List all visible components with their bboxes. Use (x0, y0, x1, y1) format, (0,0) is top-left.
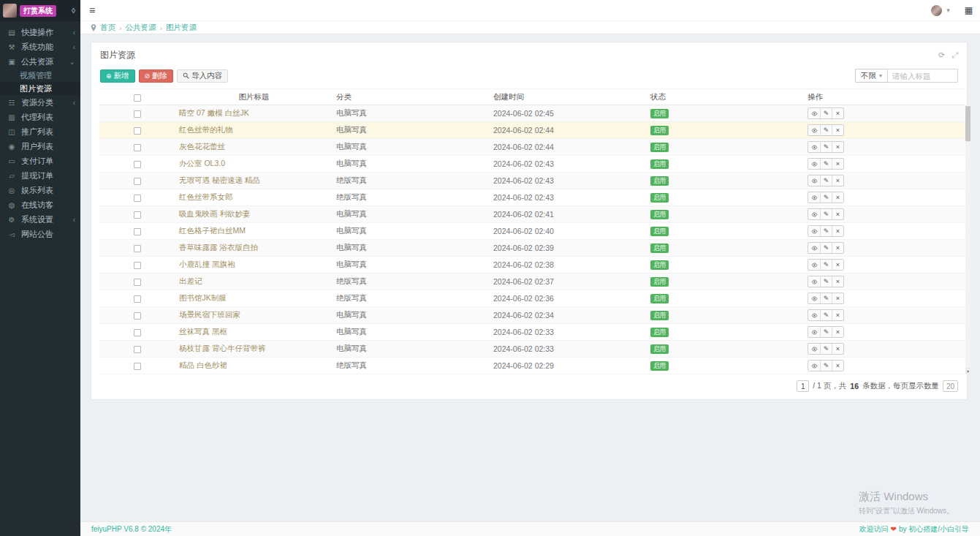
sidebar-item-public-resources[interactable]: ▣ 公共资源 ⌄ (0, 54, 80, 69)
view-button[interactable] (808, 243, 820, 253)
row-checkbox[interactable] (134, 363, 141, 370)
view-button[interactable] (808, 327, 820, 337)
row-title-link[interactable]: 图书馆JK制服 (179, 293, 227, 302)
sidebar-item-user-list[interactable]: ◉ 用户列表 (0, 139, 80, 154)
row-checkbox[interactable] (134, 279, 141, 286)
sidebar-item-site-notice[interactable]: ◅ 网站公告 (0, 227, 80, 241)
view-button[interactable] (808, 344, 820, 354)
delete-row-button[interactable]: × (832, 142, 843, 152)
row-checkbox[interactable] (134, 346, 141, 353)
view-button[interactable] (808, 125, 820, 135)
view-button[interactable] (808, 159, 820, 169)
delete-row-button[interactable]: × (832, 159, 843, 169)
row-checkbox[interactable] (134, 195, 141, 202)
refresh-icon[interactable]: ⟳ (938, 50, 945, 60)
view-button[interactable] (808, 260, 820, 270)
view-button[interactable] (808, 293, 820, 303)
row-checkbox[interactable] (134, 228, 141, 235)
row-checkbox[interactable] (134, 161, 141, 168)
droplet-icon[interactable]: ◊ (72, 7, 75, 15)
row-checkbox[interactable] (134, 127, 141, 135)
delete-row-button[interactable]: × (832, 293, 843, 303)
row-checkbox[interactable] (134, 245, 141, 252)
delete-row-button[interactable]: × (832, 361, 843, 371)
edit-button[interactable]: ✎ (820, 108, 832, 118)
delete-row-button[interactable]: × (832, 226, 843, 236)
row-checkbox[interactable] (134, 329, 141, 336)
row-checkbox[interactable] (134, 262, 141, 269)
select-all-checkbox[interactable] (134, 94, 141, 102)
sidebar-item-resource-category[interactable]: ☷ 资源分类 ‹ (0, 95, 80, 110)
row-title-link[interactable]: 无瑕可遇 秘密速递 精品 (179, 175, 260, 184)
sidebar-subitem-video-manage[interactable]: 视频管理 (0, 69, 80, 82)
delete-row-button[interactable]: × (832, 344, 843, 354)
row-title-link[interactable]: 红色丝带系女郎 (179, 192, 233, 201)
delete-row-button[interactable]: × (832, 260, 843, 270)
user-menu-caret-icon[interactable]: ▾ (946, 7, 950, 14)
grid-icon[interactable]: ▦ (965, 5, 973, 15)
page-input[interactable] (797, 380, 809, 392)
row-title-link[interactable]: 红色格子裙白丝MM (179, 226, 246, 235)
edit-button[interactable]: ✎ (820, 226, 832, 236)
row-title-link[interactable]: 灰色花花蕾丝 (179, 142, 225, 151)
row-title-link[interactable]: 场景民宿下班回家 (179, 310, 240, 319)
row-checkbox[interactable] (134, 295, 141, 303)
user-avatar[interactable] (931, 5, 942, 16)
sidebar-item-system-settings[interactable]: ⚙ 系统设置 ‹ (0, 212, 80, 227)
delete-row-button[interactable]: × (832, 175, 843, 186)
delete-row-button[interactable]: × (832, 108, 843, 118)
edit-button[interactable]: ✎ (820, 125, 832, 135)
page-size-box[interactable]: 20 (943, 380, 958, 392)
breadcrumb-image-resources[interactable]: 图片资源 (166, 23, 197, 33)
scrollbar-down-arrow-icon[interactable]: ▾ (965, 368, 970, 374)
delete-row-button[interactable]: × (832, 125, 843, 135)
view-button[interactable] (808, 108, 820, 118)
view-button[interactable] (808, 209, 820, 219)
delete-row-button[interactable]: × (832, 192, 843, 203)
delete-button[interactable]: ⊘ 删除 (139, 69, 174, 83)
scrollbar-thumb[interactable] (965, 106, 970, 141)
delete-row-button[interactable]: × (832, 243, 843, 253)
breadcrumb-public-resources[interactable]: 公共资源 (126, 23, 156, 33)
table-scrollbar[interactable]: ▾ (965, 105, 970, 374)
view-button[interactable] (808, 310, 820, 320)
edit-button[interactable]: ✎ (820, 344, 832, 354)
view-button[interactable] (808, 192, 820, 203)
row-title-link[interactable]: 精品 白色纱裙 (179, 361, 227, 369)
row-title-link[interactable]: 杨枝甘露 背心牛仔背带裤 (179, 344, 265, 352)
row-checkbox[interactable] (134, 211, 141, 219)
row-title-link[interactable]: 香草味露露 浴衣版自拍 (179, 243, 258, 252)
edit-button[interactable]: ✎ (820, 327, 832, 337)
row-checkbox[interactable] (134, 178, 141, 185)
import-button[interactable]: 导入内容 (177, 69, 228, 83)
sidebar-item-withdraw-orders[interactable]: ▱ 提现订单 (0, 168, 80, 183)
edit-button[interactable]: ✎ (820, 260, 832, 270)
view-button[interactable] (808, 361, 820, 371)
edit-button[interactable]: ✎ (820, 361, 832, 371)
edit-button[interactable]: ✎ (820, 310, 832, 320)
breadcrumb-home[interactable]: 首页 (100, 23, 115, 33)
row-title-link[interactable]: 小鹿乱撞 黑旗袍 (179, 260, 235, 268)
view-button[interactable] (808, 276, 820, 287)
sidebar-item-online-visitors[interactable]: ◍ 在线访客 (0, 197, 80, 212)
row-title-link[interactable]: 丝袜写真 黑框 (179, 327, 227, 336)
search-input[interactable] (887, 69, 958, 83)
delete-row-button[interactable]: × (832, 276, 843, 287)
row-checkbox[interactable] (134, 312, 141, 320)
row-checkbox[interactable] (134, 144, 141, 151)
sidebar-item-fun-list[interactable]: ◎ 娱乐列表 (0, 183, 80, 197)
sidebar-item-agent-list[interactable]: ▥ 代理列表 (0, 110, 80, 124)
view-button[interactable] (808, 175, 820, 186)
row-title-link[interactable]: 吸血鬼映画 利欲妙妻 (179, 209, 250, 218)
row-title-link[interactable]: 办公室 OL3.0 (179, 159, 225, 167)
row-title-link[interactable]: 晴空 07 嫩模 白丝JK (179, 108, 249, 117)
sidebar-toggle-icon[interactable]: ≡ (89, 4, 95, 16)
edit-button[interactable]: ✎ (820, 175, 832, 186)
edit-button[interactable]: ✎ (820, 192, 832, 203)
edit-button[interactable]: ✎ (820, 276, 832, 287)
fullscreen-icon[interactable]: ⤢ (951, 50, 958, 60)
sidebar-subitem-image-resources[interactable]: 图片资源 (0, 82, 80, 95)
edit-button[interactable]: ✎ (820, 209, 832, 219)
view-button[interactable] (808, 226, 820, 236)
delete-row-button[interactable]: × (832, 327, 843, 337)
